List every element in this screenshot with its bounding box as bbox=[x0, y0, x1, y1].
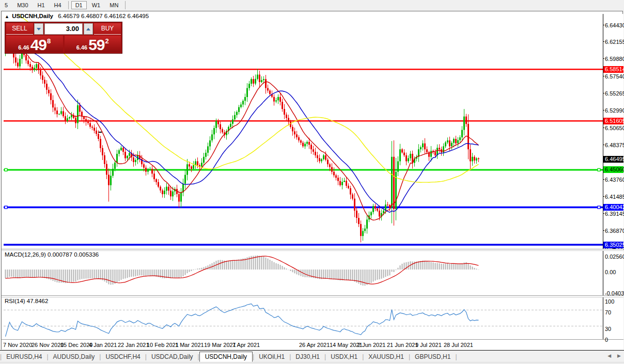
sell-button[interactable]: SELL bbox=[6, 23, 33, 35]
chart-window: ▲ USDCNH,Daily 6.46579 6.46807 6.46162 6… bbox=[1, 11, 623, 350]
macd-axis-label: 0.025609 bbox=[605, 254, 624, 260]
chart-symbol-label: USDCNH,Daily bbox=[12, 13, 53, 19]
date-axis[interactable]: 7 Nov 202026 Nov 202015 Dec 20204 Jan 20… bbox=[2, 340, 623, 350]
rsi-label: RSI(14) 47.8462 bbox=[5, 298, 48, 304]
hline-price-badge: 6.40042 bbox=[603, 204, 623, 211]
panel-separator[interactable] bbox=[2, 295, 623, 297]
chart-title: ▲ USDCNH,Daily 6.46579 6.46807 6.46162 6… bbox=[5, 13, 149, 19]
date-tick-label: 7 Apr 2021 bbox=[232, 342, 260, 348]
volume-increase-button[interactable] bbox=[84, 23, 93, 35]
timeframe-button-d1[interactable]: D1 bbox=[71, 1, 87, 9]
chart-tab-usdchf-h4[interactable]: USDCHF,H4 bbox=[101, 352, 145, 361]
timeframe-button-m30[interactable]: M30 bbox=[13, 1, 32, 9]
price-tick-label: 6.57540 bbox=[605, 73, 624, 80]
rsi-axis-label: 0 bbox=[605, 337, 608, 343]
price-tick-label: 6.48375 bbox=[605, 142, 624, 148]
date-tick-label: 9 Jul 2021 bbox=[415, 342, 442, 348]
timeframe-button-5[interactable]: 5 bbox=[1, 1, 12, 9]
volume-down-icon bbox=[37, 28, 41, 30]
chart-tab-xauusd-h1[interactable]: XAUUSD,H1 bbox=[364, 352, 409, 361]
timeframe-button-w1[interactable]: W1 bbox=[88, 1, 105, 9]
date-tick-label: 15 Dec 2020 bbox=[60, 342, 92, 348]
timeframe-button-h4[interactable]: H4 bbox=[50, 1, 66, 9]
tab-scroll-controls: ◀ ▶ bbox=[607, 353, 621, 358]
chart-tab-usdx-h1[interactable]: USDX,H1 bbox=[326, 352, 362, 361]
rsi-canvas[interactable] bbox=[4, 297, 603, 339]
price-tick-label: 6.36870 bbox=[605, 228, 624, 234]
chart-tab-eurusd-h4[interactable]: EURUSD,H4 bbox=[2, 352, 46, 361]
date-tick-label: 19 Mar 2021 bbox=[204, 342, 236, 348]
chart-tab-usdcnh-daily[interactable]: USDCNH,Daily bbox=[199, 352, 253, 362]
status-strip bbox=[0, 362, 624, 364]
date-tick-label: 28 Jul 2021 bbox=[444, 342, 473, 348]
title-triangle-icon: ▲ bbox=[5, 14, 9, 19]
macd-axis-label: -0.04038 bbox=[605, 290, 624, 296]
price-tick-label: 6.52990 bbox=[605, 107, 624, 114]
panel-separator[interactable] bbox=[2, 249, 623, 251]
macd-axis-label: 0.00 bbox=[605, 269, 616, 275]
sell-price-big: 49 bbox=[30, 38, 46, 52]
price-tick-label: 6.55265 bbox=[605, 90, 624, 97]
toolbar-separator bbox=[68, 1, 69, 9]
one-click-trading-widget: SELL 3.00 BUY 6.46 49 8 6.46 59 2 bbox=[5, 22, 122, 54]
sell-price-sup: 8 bbox=[47, 37, 51, 45]
rsi-axis-label: 100 bbox=[605, 298, 614, 305]
tab-divider: | bbox=[455, 353, 457, 360]
volume-up-icon bbox=[86, 28, 90, 30]
timeframe-button-mn[interactable]: MN bbox=[105, 1, 122, 9]
rsi-axis-label: 30 bbox=[605, 326, 611, 332]
sell-price-small: 6.46 bbox=[18, 44, 29, 51]
price-tick-label: 6.43760 bbox=[605, 177, 624, 183]
buy-price-small: 6.46 bbox=[76, 44, 87, 51]
chart-tab-usdcad-daily[interactable]: USDCAD,Daily bbox=[147, 352, 198, 361]
chart-tab-dj30-h1[interactable]: DJ30,H1 bbox=[291, 352, 324, 361]
buy-price-big: 59 bbox=[88, 38, 104, 52]
hline-price-badge: 6.51605 bbox=[603, 118, 623, 124]
chart-tab-gbpusd-h1[interactable]: GBPUSD,H1 bbox=[410, 352, 455, 361]
hline-price-badge: 6.35025 bbox=[603, 242, 623, 248]
buy-button[interactable]: BUY bbox=[94, 23, 121, 35]
volume-input[interactable]: 3.00 bbox=[44, 23, 83, 35]
price-tick-label: 6.41485 bbox=[605, 194, 624, 200]
price-tick-label: 6.64430 bbox=[605, 22, 624, 28]
chart-tab-bar: |EURUSD,H4|AUDUSD,Daily|USDCHF,H4|USDCAD… bbox=[0, 350, 624, 362]
date-tick-label: 2 Jun 2021 bbox=[357, 342, 385, 348]
date-tick-label: 1 Mar 2021 bbox=[175, 342, 204, 348]
buy-price-button[interactable]: 6.46 59 2 bbox=[65, 36, 121, 52]
date-tick-label: 26 Apr 2021 bbox=[299, 342, 330, 348]
volume-decrease-button[interactable] bbox=[34, 23, 43, 35]
timeframe-button-h1[interactable]: H1 bbox=[34, 1, 49, 9]
macd-label: MACD(12,26,9) 0.000787 0.005336 bbox=[5, 251, 99, 258]
date-tick-label: 21 Jun 2021 bbox=[387, 342, 418, 348]
date-tick-label: 7 Nov 2020 bbox=[3, 342, 32, 348]
hline-price-badge: 6.58514 bbox=[603, 66, 623, 73]
date-tick-label: 10 Feb 2021 bbox=[147, 342, 179, 348]
buy-price-sup: 2 bbox=[105, 37, 109, 45]
hline-price-badge: 6.45060 bbox=[603, 166, 623, 173]
date-tick-label: 26 Nov 2020 bbox=[32, 342, 64, 348]
price-tick-label: 6.62155 bbox=[605, 39, 624, 45]
price-tick-label: 6.39145 bbox=[605, 211, 624, 217]
chart-tab-ukoil-h1[interactable]: UKOil,H1 bbox=[254, 352, 289, 361]
rsi-axis-label: 70 bbox=[605, 309, 611, 315]
date-tick-label: 4 Jan 2021 bbox=[89, 342, 117, 348]
toolbar-separator bbox=[125, 1, 126, 9]
date-tick-label: 22 Jan 2021 bbox=[118, 342, 149, 348]
timeframe-toolbar: 5M30H1H4D1W1MN bbox=[0, 0, 624, 10]
sell-price-button[interactable]: 6.46 49 8 bbox=[6, 36, 63, 52]
tabbar-scroll-left-icon[interactable]: ◀ bbox=[607, 353, 611, 358]
price-tick-label: 6.59880 bbox=[605, 56, 624, 62]
tabbar-scroll-right-icon[interactable]: ▶ bbox=[617, 353, 621, 358]
chart-quote-values: 6.46579 6.46807 6.46162 6.46495 bbox=[58, 13, 149, 19]
current-price-badge: 6.46495 bbox=[603, 156, 623, 163]
chart-tab-audusd-daily[interactable]: AUDUSD,Daily bbox=[49, 352, 100, 361]
price-tick-label: 6.50650 bbox=[605, 125, 624, 131]
